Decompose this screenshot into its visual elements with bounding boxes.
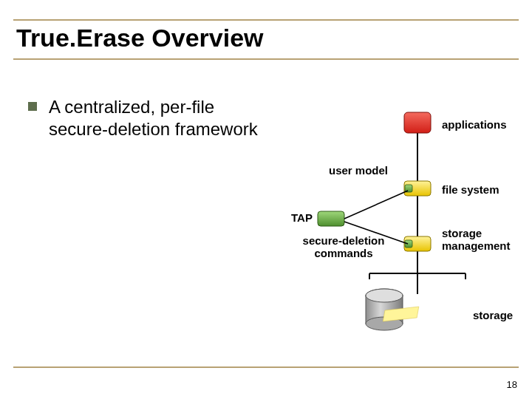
page-number: 18 — [507, 379, 517, 390]
svg-point-9 — [366, 289, 403, 302]
label-secure-deletion-commands: secure-deletioncommands — [288, 235, 399, 259]
label-storage: storage — [473, 309, 513, 321]
label-storage-management: storagemanagement — [442, 228, 511, 252]
architecture-diagram — [0, 0, 532, 399]
svg-rect-2 — [405, 240, 412, 248]
label-applications: applications — [442, 118, 507, 131]
footer-rule — [13, 366, 519, 368]
label-tap: TAP — [291, 211, 313, 224]
tap-box-icon — [318, 211, 344, 226]
applications-box-icon — [404, 112, 431, 133]
label-file-system: file system — [442, 183, 499, 196]
label-user-model: user model — [329, 164, 388, 177]
svg-line-10 — [344, 191, 408, 219]
